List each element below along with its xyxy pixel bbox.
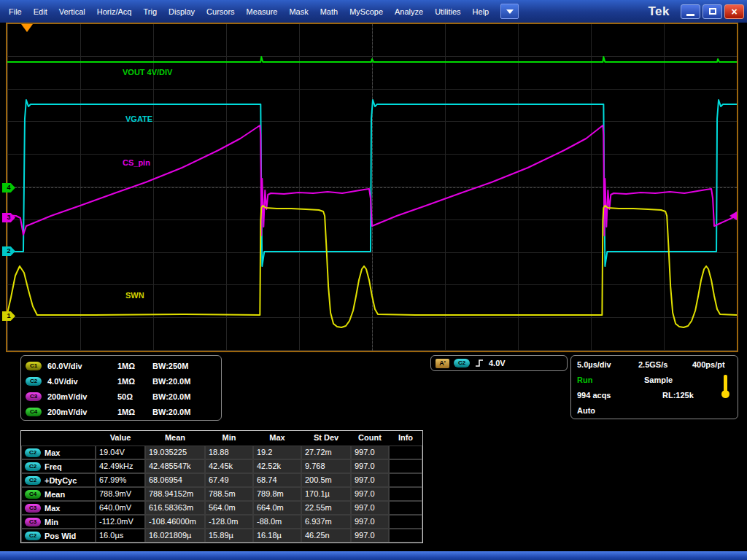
meas-count: 997.0 xyxy=(351,473,389,487)
menu-horiz-acq[interactable]: Horiz/Acq xyxy=(91,0,138,23)
meas-row[interactable]: C2 Max 19.04V 19.035225 18.88 19.2 27.72… xyxy=(21,446,422,459)
menu-measure[interactable]: Measure xyxy=(241,0,284,23)
channel-row-c3[interactable]: C3 200mV/div 50Ω BW:20.0M xyxy=(26,389,217,404)
menu-overflow-button[interactable] xyxy=(500,4,519,19)
menu-math[interactable]: Math xyxy=(314,0,344,23)
tek-logo: Tek xyxy=(648,4,670,19)
channel-badge-c2: C2 xyxy=(26,377,42,386)
meas-row-label: C2 Pos Wid xyxy=(21,529,96,542)
taskbar[interactable] xyxy=(0,551,747,560)
menu-analyze[interactable]: Analyze xyxy=(389,0,429,23)
meas-stdev: 200.5m xyxy=(301,473,351,487)
meas-mean: 68.06954 xyxy=(145,473,205,487)
run-status: Run xyxy=(577,376,592,384)
meas-max: 789.8m xyxy=(253,487,301,501)
menu-mask[interactable]: Mask xyxy=(283,0,314,23)
channel-badge-c4: C4 xyxy=(26,408,42,416)
channel-bandwidth-c3: BW:20.0M xyxy=(152,392,217,401)
meas-name: Freq xyxy=(44,462,62,471)
meas-info xyxy=(389,487,422,501)
meas-mean: 19.035225 xyxy=(145,446,205,459)
meas-row-label: C3 Max xyxy=(21,501,96,515)
meas-row-label: C2 Max xyxy=(21,446,96,459)
channel-badge: C2 xyxy=(25,476,41,485)
meas-stdev: 6.937m xyxy=(301,515,351,529)
meas-stdev: 9.768 xyxy=(301,459,351,473)
meas-row[interactable]: C2 +DtyCyc 67.99% 68.06954 67.49 68.74 2… xyxy=(21,473,422,487)
resolution: 400ps/pt xyxy=(692,360,725,369)
meas-header-count: Count xyxy=(351,431,389,446)
trigger-panel[interactable]: A' C2 4.0V xyxy=(430,355,568,371)
meas-row[interactable]: C2 Freq 42.49kHz 42.485547k 42.45k 42.52… xyxy=(21,459,422,473)
meas-min: 67.49 xyxy=(205,473,253,487)
menu-utilities[interactable]: Utilities xyxy=(429,0,466,23)
channel-badge: C4 xyxy=(25,490,41,499)
close-icon: × xyxy=(731,7,737,17)
trace-label-vgate: VGATE xyxy=(125,114,152,123)
meas-value: 788.9mV xyxy=(96,487,145,501)
menu-cursors[interactable]: Cursors xyxy=(201,0,241,23)
meas-name: Max xyxy=(44,448,60,457)
channel-badge: C2 xyxy=(25,462,41,471)
restore-icon xyxy=(709,8,716,15)
meas-header-mean: Mean xyxy=(145,431,205,446)
meas-info xyxy=(389,459,422,473)
trace-vgate xyxy=(7,100,737,266)
meas-value: 640.0mV xyxy=(96,501,145,515)
meas-row[interactable]: C3 Max 640.0mV 616.58363m 564.0m 664.0m … xyxy=(21,501,422,515)
meas-name: Pos Wid xyxy=(44,532,76,540)
trigger-level: 4.0V xyxy=(489,359,506,368)
meas-count: 997.0 xyxy=(351,459,389,473)
close-button[interactable]: × xyxy=(724,4,744,19)
record-length: RL:125k xyxy=(662,391,694,400)
meas-min: 42.45k xyxy=(205,459,253,473)
meas-row[interactable]: C3 Min -112.0mV -108.46000m -128.0m -88.… xyxy=(21,515,422,529)
trace-label-swn: SWN xyxy=(125,291,144,300)
menu-help[interactable]: Help xyxy=(467,0,495,23)
menu-trig[interactable]: Trig xyxy=(137,0,163,23)
menu-display[interactable]: Display xyxy=(163,0,201,23)
channel-row-c2[interactable]: C2 4.0V/div 1MΩ BW:20.0M xyxy=(26,373,217,389)
meas-name: Mean xyxy=(44,490,65,499)
meas-stdev: 22.55m xyxy=(301,501,351,515)
restore-button[interactable] xyxy=(703,4,722,19)
channel-row-c4[interactable]: C4 200mV/div 1MΩ BW:20.0M xyxy=(26,404,217,419)
waveform-display: VOUT 4V/DIV VGATE CS_pin SWN 4 3 2 1 xyxy=(6,23,738,352)
meas-stdev: 46.25n xyxy=(301,529,351,542)
acq-count: 994 acqs xyxy=(577,391,611,400)
meas-info xyxy=(389,473,422,487)
meas-stdev: 170.1µ xyxy=(301,487,351,501)
window-controls: Tek × xyxy=(648,4,744,19)
channel-scale-c1: 60.0V/div xyxy=(47,362,117,370)
minimize-icon xyxy=(686,14,694,16)
menu-myscope[interactable]: MyScope xyxy=(344,0,389,23)
menu-vertical[interactable]: Vertical xyxy=(53,0,91,23)
sample-rate: 2.5GS/s xyxy=(638,360,667,369)
meas-name: Min xyxy=(44,518,58,526)
meas-mean: -108.46000m xyxy=(145,515,205,529)
meas-info xyxy=(389,515,422,529)
meas-row-label: C4 Mean xyxy=(21,487,96,501)
meas-mean: 16.021809µ xyxy=(145,529,205,542)
meas-value: 67.99% xyxy=(96,473,145,487)
trigger-level-arrow[interactable] xyxy=(729,211,737,220)
trace-cs-pin xyxy=(7,125,737,236)
meas-row-label: C2 Freq xyxy=(21,459,96,473)
trace-vout xyxy=(7,57,737,62)
channel-row-c1[interactable]: C1 60.0V/div 1MΩ BW:250M xyxy=(26,358,217,373)
meas-value: 16.0µs xyxy=(96,529,145,542)
meas-header-max: Max xyxy=(253,431,301,446)
meas-row[interactable]: C4 Mean 788.9mV 788.94152m 788.5m 789.8m… xyxy=(21,487,422,501)
acquisition-panel: 5.0µs/div 2.5GS/s 400ps/pt Run Sample 99… xyxy=(570,355,738,419)
meas-value: 19.04V xyxy=(96,446,145,459)
meas-max: -88.0m xyxy=(253,515,301,529)
minimize-button[interactable] xyxy=(681,4,700,19)
meas-max: 19.2 xyxy=(253,446,301,459)
trigger-position-marker[interactable] xyxy=(21,24,33,32)
trace-label-vout: VOUT 4V/DIV xyxy=(123,68,172,77)
menu-file[interactable]: File xyxy=(3,0,28,23)
menu-edit[interactable]: Edit xyxy=(28,0,53,23)
meas-info xyxy=(389,501,422,515)
meas-header-stdev: St Dev xyxy=(301,431,351,446)
meas-row[interactable]: C2 Pos Wid 16.0µs 16.021809µ 15.89µ 16.1… xyxy=(21,529,422,542)
